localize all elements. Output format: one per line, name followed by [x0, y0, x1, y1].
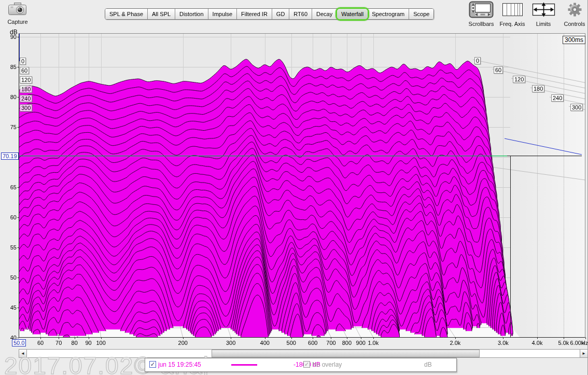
tab-rt60[interactable]: RT60: [289, 9, 312, 19]
x-tick-1.0k: 1.0k: [364, 340, 383, 346]
x-tick-500: 500: [282, 340, 301, 346]
time-label-left-120: 120: [20, 76, 32, 84]
y-tick-85: 85: [0, 64, 17, 70]
tool-limits[interactable]: Limits: [530, 1, 557, 27]
capture-button[interactable]: Capture: [4, 2, 31, 25]
x-tick-300: 300: [221, 340, 240, 346]
time-label-left-0: 0: [20, 58, 26, 65]
time-label-left-180: 180: [20, 86, 32, 93]
legend-unit-label: dB: [424, 361, 432, 368]
scroll-left-button[interactable]: ◄: [19, 350, 27, 357]
y-tick-45: 45: [0, 304, 17, 311]
time-label-right-60: 60: [494, 66, 503, 74]
measurement-name[interactable]: jun 15 19:25:45: [158, 361, 201, 368]
no-overlay-label: No overlay: [312, 361, 342, 368]
y-tick-75: 75: [0, 124, 17, 130]
x-tick-3.0k: 3.0k: [494, 340, 512, 346]
capture-label: Capture: [4, 19, 31, 25]
tab-all-spl[interactable]: All SPL: [148, 9, 175, 19]
time-label-left-240: 240: [20, 95, 32, 102]
time-label-left-60: 60: [20, 67, 29, 74]
tool-freq-axis[interactable]: Freq. Axis: [499, 1, 526, 27]
x-tick-400: 400: [256, 340, 274, 346]
toolbar-tools: ScrollbarsFreq. AxisLimitsControls: [468, 1, 588, 27]
tab-spectrogram[interactable]: Spectrogram: [368, 9, 409, 19]
camera-icon: [7, 2, 28, 16]
x-tick-200: 200: [174, 340, 192, 346]
scrollbars-icon: [468, 1, 495, 19]
tab-impulse[interactable]: Impulse: [208, 9, 237, 19]
x-cursor-readout: 50.0: [12, 339, 26, 346]
tab-gd[interactable]: GD: [272, 9, 290, 19]
x-tick-60: 60: [31, 340, 50, 346]
tab-distortion[interactable]: Distortion: [175, 9, 208, 19]
trace-color-swatch: [231, 364, 257, 366]
y-tick-65: 65: [0, 184, 17, 190]
horizontal-scrollbar[interactable]: ◄ ►: [19, 349, 588, 358]
active-tab-highlight-ring: Waterfall: [335, 7, 369, 21]
y-tick-80: 80: [0, 94, 17, 100]
time-window-label: 300ms: [563, 36, 585, 44]
y-tick-50: 50: [0, 274, 17, 281]
tool-scrollbars[interactable]: Scrollbars: [468, 1, 495, 27]
tool-label-freq-axis: Freq. Axis: [499, 21, 526, 27]
gear-icon: [561, 1, 588, 19]
time-label-right-240: 240: [551, 94, 564, 102]
y-cursor-readout: 70.19: [1, 152, 19, 160]
tab-filtered-ir[interactable]: Filtered IR: [237, 9, 272, 19]
limits-icon: [530, 1, 557, 19]
y-tick-90: 90: [0, 34, 17, 40]
tab-scope[interactable]: Scope: [409, 9, 433, 19]
no-overlay-checkbox[interactable]: ✓: [303, 361, 310, 368]
y-tick-55: 55: [0, 244, 17, 251]
tab-waterfall[interactable]: Waterfall: [337, 9, 368, 19]
rew-waterfall-window: { "toolbar": { "capture": { "label": "Ca…: [0, 0, 588, 375]
scroll-right-button[interactable]: ►: [580, 350, 587, 357]
freq-axis-icon: [499, 1, 526, 19]
y-tick-60: 60: [0, 214, 17, 220]
tab-spl-phase[interactable]: SPL & Phase: [105, 9, 148, 19]
tool-label-scrollbars: Scrollbars: [468, 21, 495, 27]
waterfall-plot[interactable]: [0, 0, 588, 375]
x-tick-2.0k: 2.0k: [446, 340, 465, 346]
tool-controls[interactable]: Controls: [561, 1, 588, 27]
toolbar: Capture SPL & PhaseAll SPLDistortionImpu…: [0, 0, 588, 29]
x-tick-4.0k: 4.0k: [528, 340, 547, 346]
tool-label-controls: Controls: [561, 21, 588, 27]
time-label-right-300: 300: [570, 104, 583, 111]
tab-decay[interactable]: Decay: [312, 9, 337, 19]
time-label-right-120: 120: [513, 76, 525, 83]
time-label-left-300: 300: [20, 104, 32, 112]
time-label-right-180: 180: [532, 85, 544, 92]
measurement-legend-bar: ✓ jun 15 19:25:45 -180.0 dB ✓ No overlay…: [145, 358, 457, 372]
scrollbar-thumb[interactable]: [212, 350, 480, 357]
graph-tab-bar: SPL & PhaseAll SPLDistortionImpulseFilte…: [105, 8, 434, 20]
x-tick-100: 100: [92, 340, 110, 346]
time-label-right-0: 0: [474, 57, 481, 64]
x-tick-600: 600: [303, 340, 322, 346]
measurement-checkbox[interactable]: ✓: [149, 361, 156, 368]
tool-label-limits: Limits: [530, 21, 557, 27]
